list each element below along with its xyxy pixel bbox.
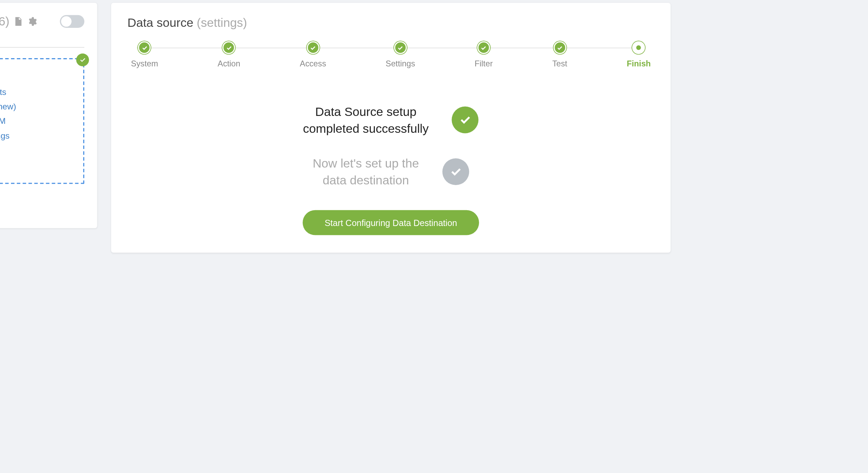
- stepper: System Action Access Settings Filter Tes…: [128, 41, 654, 68]
- step-test[interactable]: Test: [552, 41, 567, 68]
- ds-row: Filterchange filter: [0, 143, 73, 157]
- ds-action-link[interactable]: Get ROWS (new): [0, 101, 16, 111]
- connection-card: Connection (ID: 39406) GOOGLE SHEETS 1DA…: [0, 3, 97, 228]
- ds-table: SystemGoogle Sheets ActionGet ROWS (new)…: [0, 84, 74, 172]
- document-icon[interactable]: [13, 16, 23, 26]
- start-configure-button[interactable]: Start Configuring Data Destination: [303, 210, 479, 235]
- check-circle-icon: [452, 107, 479, 133]
- status-success: Data Source setup completed successfully: [128, 103, 654, 137]
- check-circle-gray-icon: [442, 158, 469, 185]
- ds-row: ActionGet ROWS (new): [0, 99, 73, 113]
- ds-row: AccessSupport TEAM: [0, 114, 73, 128]
- ds-settings-link[interactable]: change settings: [0, 131, 10, 140]
- ds-settings-title: Data source: [128, 15, 194, 29]
- ds-system-link[interactable]: Google Sheets: [0, 87, 6, 96]
- ds-row: Settingschange settings: [0, 129, 73, 142]
- step-filter[interactable]: Filter: [475, 41, 493, 68]
- ds-row: SystemGoogle Sheets: [0, 85, 73, 98]
- ds-access-link[interactable]: Support TEAM: [0, 116, 6, 125]
- connection-id: (ID: 39406): [0, 14, 9, 29]
- ds-title: 1DATA SOURCE: [0, 67, 74, 78]
- data-source-box: 1DATA SOURCE SystemGoogle Sheets ActionG…: [0, 58, 84, 184]
- step-finish[interactable]: Finish: [627, 41, 651, 68]
- main: Connection Main/ Connections/ GOOGLE SHE…: [0, 0, 690, 376]
- data-source-settings-card: Data source (settings) System Action Acc…: [111, 3, 671, 252]
- check-icon: [76, 53, 89, 66]
- status-success-text: Data Source setup completed successfully: [303, 103, 429, 137]
- ds-settings-subtitle: (settings): [197, 15, 247, 29]
- ds-row: Testcheck: [0, 158, 73, 171]
- gear-icon[interactable]: [27, 16, 37, 26]
- step-access[interactable]: Access: [300, 41, 326, 68]
- step-action[interactable]: Action: [218, 41, 240, 68]
- status-next-text: Now let's set up the data destination: [313, 155, 419, 189]
- step-system[interactable]: System: [131, 41, 158, 68]
- step-settings[interactable]: Settings: [386, 41, 415, 68]
- status-next: Now let's set up the data destination: [128, 155, 654, 189]
- connection-subtitle: GOOGLE SHEETS: [0, 34, 84, 48]
- connection-toggle[interactable]: [60, 15, 84, 28]
